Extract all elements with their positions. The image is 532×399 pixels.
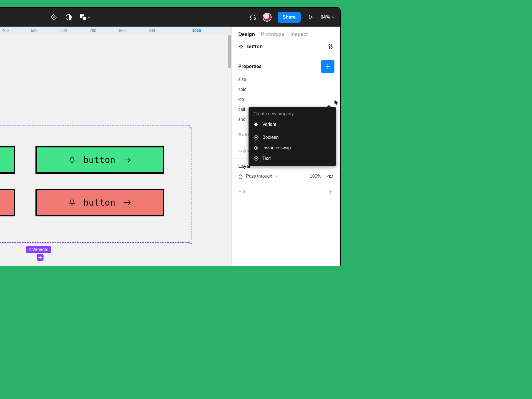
svg-point-18 <box>256 158 257 159</box>
dropdown-item-instance-swap[interactable]: Instance swap <box>249 143 336 153</box>
add-variant-button[interactable] <box>37 254 44 261</box>
plus-icon[interactable] <box>328 189 333 195</box>
tab-inspect[interactable]: Inspect <box>290 32 308 37</box>
dropdown-item-boolean[interactable]: Boolean <box>249 132 336 143</box>
toolbar: Share 64% <box>0 8 340 27</box>
dropdown-item-label: Boolean <box>262 135 279 140</box>
tab-design[interactable]: Design <box>238 32 255 37</box>
vertical-scrollbar[interactable] <box>228 35 231 68</box>
mask-tool-icon[interactable] <box>65 13 73 21</box>
svg-point-17 <box>255 137 257 138</box>
fill-title: Fill <box>238 189 245 195</box>
chevron-down-icon <box>332 16 334 19</box>
cursor-pointer-icon <box>334 99 339 106</box>
eye-icon[interactable] <box>327 174 333 178</box>
blend-mode-select[interactable]: Pass through <box>246 174 272 179</box>
resize-handle[interactable] <box>190 241 192 244</box>
tab-prototype[interactable]: Prototype <box>261 32 284 37</box>
svg-rect-6 <box>254 18 255 20</box>
component-settings-icon[interactable] <box>328 44 333 50</box>
selected-component-name: button <box>247 44 263 50</box>
ruler-active-position: 1035 <box>192 28 201 33</box>
panel-tabs: Design Prototype Inspect <box>232 27 340 41</box>
app-window: Share 64% 400 500 600 700 800 900 1035 <box>0 7 341 266</box>
ruler-tick: 400 <box>2 28 9 33</box>
dropdown-item-label: Variant <box>262 122 276 127</box>
droplet-icon <box>238 174 243 179</box>
dropdown-item-label: Instance swap <box>262 145 291 150</box>
svg-point-14 <box>331 47 332 48</box>
text-property-icon <box>254 156 259 161</box>
plus-icon <box>38 255 42 259</box>
instance-swap-icon <box>254 145 259 150</box>
ruler-tick: 900 <box>149 28 155 33</box>
svg-rect-5 <box>250 18 251 20</box>
variants-count-badge[interactable]: 4 Variants <box>26 246 51 253</box>
horizontal-ruler[interactable]: 400 500 600 700 800 900 1035 <box>0 27 231 35</box>
ruler-tick: 500 <box>31 28 37 33</box>
property-row[interactable]: ico <box>238 97 333 102</box>
plus-icon <box>325 63 331 70</box>
ruler-tick: 700 <box>90 28 96 33</box>
properties-title: Properties <box>238 64 262 69</box>
create-property-dropdown: Create new property Variant Boolean Inst… <box>249 107 336 166</box>
opacity-value[interactable]: 100% <box>310 174 321 179</box>
chevron-down-icon <box>88 16 90 19</box>
boolean-property-icon <box>254 135 259 140</box>
property-row[interactable]: size <box>238 77 333 82</box>
component-tool-icon[interactable] <box>50 13 58 21</box>
fill-section[interactable]: Fill <box>232 184 340 200</box>
toolbar-right: Share 64% <box>249 12 334 23</box>
selection-frame[interactable] <box>0 126 191 243</box>
resize-handle[interactable] <box>190 125 192 127</box>
canvas[interactable]: 400 500 600 700 800 900 1035 button butt… <box>0 27 231 266</box>
ruler-tick: 600 <box>60 28 67 33</box>
main-area: 400 500 600 700 800 900 1035 button butt… <box>0 27 340 266</box>
dropdown-title: Create new property <box>249 111 336 119</box>
ruler-tick: 800 <box>119 28 126 33</box>
toolbar-left <box>50 13 90 21</box>
component-set-icon <box>238 44 244 49</box>
svg-point-23 <box>329 175 331 177</box>
svg-rect-4 <box>83 17 86 20</box>
properties-section: Properties size colo ico call sho Create… <box>232 55 340 127</box>
headphones-icon[interactable] <box>249 13 257 21</box>
component-header: button <box>232 41 340 55</box>
present-icon[interactable] <box>307 13 314 21</box>
share-button[interactable]: Share <box>278 12 301 23</box>
avatar[interactable] <box>263 13 272 22</box>
zoom-value: 64% <box>321 14 330 20</box>
dropdown-separator <box>249 131 336 131</box>
dropdown-item-variant[interactable]: Variant <box>249 119 336 130</box>
property-row[interactable]: colo <box>238 87 333 92</box>
diamond-icon <box>254 122 259 127</box>
svg-point-12 <box>329 45 330 46</box>
chevron-down-icon[interactable] <box>275 175 278 178</box>
zoom-control[interactable]: 64% <box>321 14 334 20</box>
dropdown-item-label: Text <box>262 156 270 161</box>
dropdown-item-text[interactable]: Text <box>249 153 336 164</box>
boolean-tool-icon[interactable] <box>80 13 90 21</box>
inspector-panel: Design Prototype Inspect button Properti… <box>231 27 340 266</box>
add-property-button[interactable] <box>321 60 334 73</box>
